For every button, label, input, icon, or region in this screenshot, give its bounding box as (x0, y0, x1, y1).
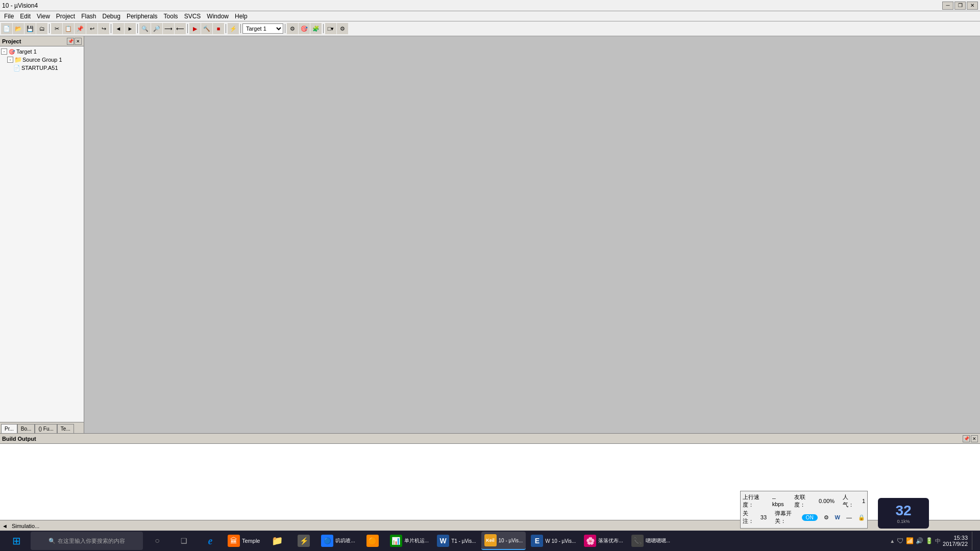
menu-view[interactable]: View (34, 12, 53, 21)
rebuild-button[interactable]: 🔨 (201, 23, 212, 34)
show-desktop-button[interactable] (972, 532, 976, 550)
tab-books[interactable]: Bo... (17, 424, 35, 433)
panel-pin-button[interactable]: 📌 (67, 38, 74, 45)
tray-input[interactable]: 中 (935, 537, 941, 545)
paste-button[interactable]: 📌 (75, 23, 86, 34)
tab-functions[interactable]: () Fu... (35, 424, 57, 433)
undo-button[interactable]: ↩ (86, 23, 97, 34)
open-file-button[interactable]: 📂 (13, 23, 24, 34)
tree-source-group-1[interactable]: - 📁 Source Group 1 (1, 56, 83, 64)
view-select-button[interactable]: □▾ (325, 23, 336, 34)
indent-button[interactable]: ⟶ (163, 23, 174, 34)
tab-templates[interactable]: Te... (57, 424, 74, 433)
copy-button[interactable]: 📋 (63, 23, 74, 34)
toolbar-separator-7 (285, 24, 285, 33)
search-icon: 🔍 (48, 538, 56, 544)
target-expander[interactable]: - (1, 48, 7, 55)
navigate-fwd-button[interactable]: ► (125, 23, 136, 34)
word-t1-button[interactable]: W T1 - µVis... (434, 532, 479, 550)
menu-peripherals[interactable]: Peripherals (124, 12, 161, 21)
menu-debug[interactable]: Debug (100, 12, 124, 21)
accuracy-label: 友联度： (794, 493, 815, 509)
menu-svcs[interactable]: SVCS (181, 12, 204, 21)
minus-icon[interactable]: — (846, 514, 852, 520)
save-button[interactable]: 💾 (24, 23, 36, 34)
panel-close-button[interactable]: ✕ (75, 38, 82, 45)
app11-icon: 🌸 (584, 535, 596, 547)
app12-button[interactable]: 📞 嗯嗯嗯嗯... (628, 532, 673, 550)
app9-icon: 📊 (390, 535, 402, 547)
tree-target-1[interactable]: - 🎯 Target 1 (1, 47, 83, 56)
app11-button[interactable]: 🌸 落落优布... (581, 532, 626, 550)
minimize-button[interactable]: ─ (942, 2, 953, 10)
target-options-button[interactable]: 🎯 (299, 23, 310, 34)
group-expander[interactable]: - (7, 57, 13, 63)
unindent-button[interactable]: ⟵ (175, 23, 186, 34)
taskbar: ⊞ 🔍 在这里输入你要搜索的内容 ○ ❑ e 🏛 Temple 📁 ⚡ (0, 531, 980, 551)
target-select[interactable]: Target 1 (242, 23, 283, 34)
temple-label: Temple (242, 538, 260, 544)
uvision-10-button[interactable]: Keil 10 - µVis... (481, 532, 526, 550)
manage-components-button[interactable]: ⚙ (287, 23, 298, 34)
app9-button[interactable]: 📊 单片机运... (387, 532, 432, 550)
menu-window[interactable]: Window (204, 12, 232, 21)
menu-flash[interactable]: Flash (78, 12, 99, 21)
start-button[interactable]: ⊞ (4, 532, 29, 550)
save-all-button[interactable]: 🗂 (36, 23, 47, 34)
taskbar-right: ▲ 🛡 📶 🔊 🔋 中 15:33 2017/9/22 (890, 532, 976, 550)
gauge-unit: 0.1k% (897, 519, 910, 524)
find-all-button[interactable]: 🔎 (151, 23, 162, 34)
debug-start-button[interactable]: ⚡ (228, 23, 239, 34)
menu-edit[interactable]: Edit (17, 12, 34, 21)
component-wizard-button[interactable]: 🧩 (310, 23, 322, 34)
task-view-button[interactable]: ❑ (172, 532, 196, 550)
toolbar-separator-8 (323, 24, 324, 33)
toolbar-separator-1 (49, 24, 50, 33)
menu-help[interactable]: Help (232, 12, 251, 21)
toolbar-separator-6 (240, 24, 241, 33)
build-output-pin[interactable]: 📌 (963, 435, 970, 442)
toggle-switch[interactable]: ON (802, 514, 818, 521)
tray-speaker[interactable]: 🔊 (916, 537, 923, 544)
editor-area (84, 36, 980, 433)
extra-button[interactable]: ⚙ (337, 23, 348, 34)
app7-button[interactable]: 🔵 叽叽喳... (318, 532, 358, 550)
edge-button[interactable]: e (198, 532, 223, 550)
find-button[interactable]: 🔍 (139, 23, 151, 34)
restore-button[interactable]: ❐ (954, 2, 966, 10)
app6-button[interactable]: ⚡ (291, 532, 316, 550)
settings-icon[interactable]: ⚙ (824, 514, 829, 521)
tree-file-startup[interactable]: 📄 STARTUP.A51 (1, 64, 83, 72)
scroll-left[interactable]: ◄ (2, 523, 8, 529)
word-icon[interactable]: W (835, 514, 840, 520)
temple-taskbar-item[interactable]: 🏛 Temple (225, 532, 263, 550)
build-button[interactable]: ▶ (189, 23, 201, 34)
tray-icons: ▲ 🛡 📶 🔊 🔋 中 (890, 537, 941, 545)
file-manager-button[interactable]: 📁 (265, 532, 289, 550)
search-bar[interactable]: 🔍 在这里输入你要搜索的内容 (31, 532, 143, 550)
app8-button[interactable]: 🟠 (360, 532, 385, 550)
target-icon: 🎯 (8, 48, 15, 55)
lock-icon[interactable]: 🔒 (858, 514, 865, 521)
stop-build-button[interactable]: ■ (213, 23, 224, 34)
uvision-10-icon: Keil (484, 534, 497, 546)
panel-tabs: Pr... Bo... () Fu... Te... (0, 422, 84, 433)
build-output-close[interactable]: ✕ (971, 435, 978, 442)
menu-file[interactable]: File (1, 12, 17, 21)
w-uvision-label: W 10 - µVis... (545, 538, 576, 544)
new-file-button[interactable]: 📄 (1, 23, 12, 34)
redo-button[interactable]: ↪ (98, 23, 109, 34)
w-uvision-button[interactable]: E W 10 - µVis... (528, 532, 579, 550)
temple-icon: 🏛 (228, 535, 240, 547)
close-button[interactable]: ✕ (967, 2, 978, 10)
uvision-10-label: 10 - µVis... (499, 538, 523, 543)
taskbar-clock[interactable]: 15:33 2017/9/22 (943, 535, 968, 547)
cortana-button[interactable]: ○ (145, 532, 169, 550)
cut-button[interactable]: ✂ (51, 23, 62, 34)
menu-project[interactable]: Project (53, 12, 78, 21)
navigate-back-button[interactable]: ◄ (113, 23, 124, 34)
menu-tools[interactable]: Tools (161, 12, 181, 21)
tray-chevron[interactable]: ▲ (890, 538, 895, 544)
app6-icon: ⚡ (298, 535, 310, 547)
tab-project[interactable]: Pr... (1, 424, 17, 433)
